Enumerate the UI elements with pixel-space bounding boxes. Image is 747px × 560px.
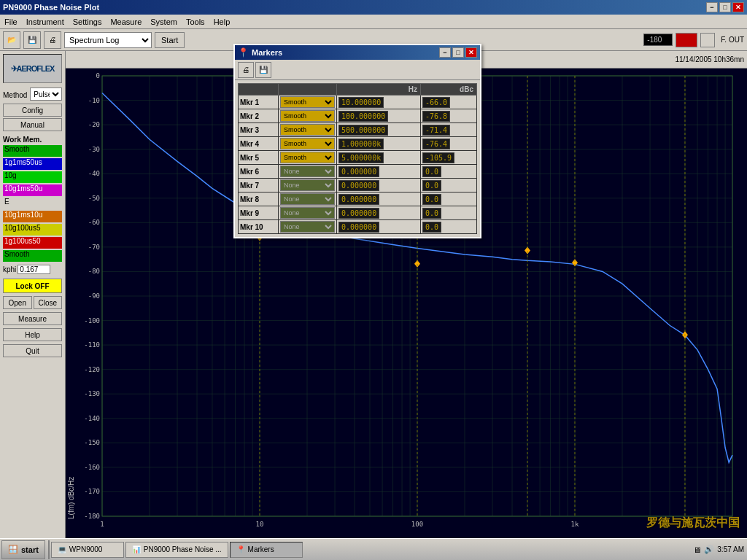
tray-speaker-icon: 🔊 [704, 545, 714, 554]
col-hz: Hz [337, 84, 421, 96]
method-dropdown[interactable]: Pulse [30, 88, 62, 101]
quit-button[interactable]: Quit [3, 344, 62, 357]
marker-mode-2[interactable]: Smooth None [280, 110, 335, 122]
mem-item-10g1ms10[interactable]: 10g1ms10u [3, 211, 62, 222]
sidebar: ✈AEROFLEX Method Pulse Config Manual Wor… [0, 51, 66, 538]
marker-hz-4: 1.000000k [338, 139, 384, 149]
wpn9000-icon: 💻 [58, 545, 66, 553]
menu-measure[interactable]: Measure [106, 16, 146, 28]
toolbar-btn-2[interactable]: 💾 [23, 31, 41, 49]
taskbar-item-wpn9000[interactable]: 💻 WPN9000 [51, 542, 124, 558]
dialog-save-btn[interactable]: 💾 [255, 62, 271, 78]
close-button-sidebar[interactable]: Close [34, 296, 63, 309]
mem-item-e[interactable]: E [3, 198, 62, 209]
dialog-content: Hz dBc Mkr 1 Smooth None 10.000000 -66.0… [235, 80, 480, 237]
marker-dbc-6: 0.0 [422, 166, 441, 177]
maximize-button[interactable]: □ [719, 2, 731, 12]
menu-help[interactable]: Help [209, 16, 235, 28]
marker-row-10: Mkr 10 Smooth None 0.000000 0.0 [239, 220, 477, 234]
marker-mode-5[interactable]: Smooth None [280, 152, 335, 163]
marker-dbc-9: 0.0 [422, 208, 441, 219]
marker-label-9: Mkr 9 [240, 209, 259, 217]
marker-mode-1[interactable]: Smooth None [280, 96, 335, 108]
start-label: start [21, 545, 39, 554]
taskbar-item-markers[interactable]: 📍 Markers [230, 542, 303, 558]
marker-dbc-7: 0.0 [422, 180, 441, 191]
menu-file[interactable]: File [0, 16, 22, 28]
marker-dbc-5: -105.9 [422, 152, 454, 163]
marker-hz-3: 500.000000 [338, 125, 388, 136]
menu-instrument[interactable]: Instrument [22, 16, 69, 28]
menu-settings[interactable]: Settings [69, 16, 107, 28]
start-menu-button[interactable]: 🪟 start [1, 540, 45, 559]
plot-date: 11/14/2005 10h36mn [675, 55, 744, 63]
marker-label-1: Mkr 1 [240, 98, 259, 106]
marker-label-6: Mkr 6 [240, 168, 259, 176]
marker-hz-6: 0.000000 [338, 166, 379, 177]
marker-row-8: Mkr 8 Smooth None 0.000000 0.0 [239, 192, 477, 206]
dialog-close[interactable]: ✕ [465, 47, 477, 58]
toolbar-btn-3[interactable]: 🖨 [44, 31, 61, 49]
marker-dbc-4: -76.4 [422, 139, 450, 149]
mem-item-smooth2[interactable]: Smooth [3, 250, 62, 262]
markers-icon: 📍 [238, 47, 249, 58]
marker-row-2: Mkr 2 Smooth None 100.000000 -76.8 [239, 109, 477, 123]
dialog-toolbar: 🖨 💾 [235, 60, 480, 80]
marker-row-6: Mkr 6 Smooth None 0.000000 0.0 [239, 165, 477, 179]
mem-item-10g1ms50[interactable]: 10g1ms50u [3, 184, 62, 196]
toolbar-btn-1[interactable]: 📂 [3, 31, 20, 49]
windows-logo: 🪟 [8, 545, 18, 554]
marker-mode-4[interactable]: Smooth None [280, 138, 335, 149]
open-close-row: Open Close [3, 296, 62, 309]
taskbar-items: 💻 WPN9000 📊 PN9000 Phase Noise ... 📍 Mar… [51, 542, 690, 558]
taskbar-item-pn9000[interactable]: 📊 PN9000 Phase Noise ... [125, 542, 228, 558]
open-button[interactable]: Open [3, 296, 32, 309]
menu-tools[interactable]: Tools [182, 16, 209, 28]
marker-mode-10[interactable]: Smooth None [280, 221, 335, 233]
marker-label-4: Mkr 4 [240, 140, 259, 148]
marker-row-1: Mkr 1 Smooth None 10.000000 -66.0 [239, 96, 477, 109]
mem-item-1g100us50[interactable]: 1g100us50 [3, 237, 62, 249]
kphi-row: kphi [3, 265, 62, 274]
lock-button[interactable]: Lock OFF [3, 279, 62, 293]
mem-item-10g1[interactable]: 10g [3, 171, 62, 183]
measure-button[interactable]: Measure [3, 312, 62, 325]
dialog-maximize[interactable]: □ [452, 47, 464, 58]
marker-label-7: Mkr 7 [240, 182, 259, 190]
marker-mode-7[interactable]: Smooth None [280, 179, 335, 191]
marker-mode-9[interactable]: Smooth None [280, 207, 335, 219]
minimize-button[interactable]: − [706, 2, 718, 12]
marker-row-7: Mkr 7 Smooth None 0.000000 0.0 [239, 179, 477, 192]
tray-time: 3:57 AM [717, 545, 744, 553]
markers-table: Hz dBc Mkr 1 Smooth None 10.000000 -66.0… [238, 83, 477, 234]
manual-button[interactable]: Manual [3, 118, 62, 131]
marker-row-5: Mkr 5 Smooth None 5.000000k -105.9 [239, 151, 477, 165]
y-axis-label: L(fm) dBc/Hz [67, 71, 75, 519]
marker-label-8: Mkr 8 [240, 195, 259, 203]
marker-dbc-3: -71.4 [422, 125, 450, 136]
mem-item-smooth1[interactable]: Smooth [3, 145, 62, 157]
marker-mode-3[interactable]: Smooth None [280, 124, 335, 136]
start-button[interactable]: Start [155, 32, 185, 48]
marker-hz-1: 10.000000 [338, 97, 384, 108]
marker-mode-8[interactable]: Smooth None [280, 193, 335, 205]
dialog-print-btn[interactable]: 🖨 [238, 62, 254, 78]
spectrum-select[interactable]: Spectrum Log [64, 32, 152, 48]
marker-mode-6[interactable]: Smooth None [280, 166, 335, 177]
markers-dialog[interactable]: 📍 Markers − □ ✕ 🖨 💾 Hz dBc [233, 44, 481, 238]
window-title: PN9000 Phase Noise Plot [3, 3, 706, 12]
close-button[interactable]: ✕ [732, 2, 744, 12]
work-mem-label: Work Mem. [3, 136, 62, 144]
kphi-input[interactable] [18, 265, 50, 274]
mem-item-10g100us5[interactable]: 10g100us5 [3, 224, 62, 236]
marker-row-3: Mkr 3 Smooth None 500.000000 -71.4 [239, 123, 477, 137]
marker-label-3: Mkr 3 [240, 126, 259, 134]
dialog-minimize[interactable]: − [439, 47, 451, 58]
system-tray: 🖥 🔊 3:57 AM [690, 545, 747, 554]
dialog-title-text: Markers [252, 48, 439, 57]
config-button[interactable]: Config [3, 104, 62, 117]
markers-taskbar-icon: 📍 [236, 545, 245, 553]
menu-system[interactable]: System [146, 16, 182, 28]
help-button[interactable]: Help [3, 328, 62, 341]
mem-item-1g1[interactable]: 1g1ms50us [3, 158, 62, 170]
